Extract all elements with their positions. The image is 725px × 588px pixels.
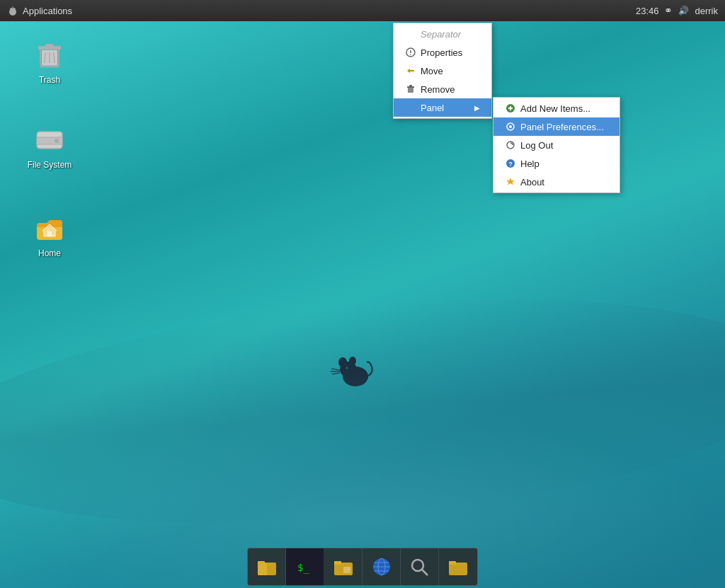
remove-label: Remove [421, 84, 455, 95]
app-menu-label: Applications [23, 6, 72, 16]
about-label: About [520, 177, 544, 188]
taskbar-item-files[interactable] [248, 548, 286, 585]
svg-rect-48 [334, 561, 341, 565]
context-menu: Separator Properties Move Remove Panel [393, 23, 492, 119]
taskbar-items-container: $_ [247, 548, 478, 586]
add-new-items-icon [505, 103, 516, 114]
submenu-item-help[interactable]: ? Help [493, 154, 620, 173]
app-menu-icon [7, 5, 18, 16]
user-label[interactable]: derrik [695, 6, 718, 16]
panel-preferences-icon [505, 121, 516, 132]
top-panel: Applications 23:46 ⚭ 🔊 derrik [0, 0, 725, 21]
desktop-icon-filesystem[interactable]: File System [21, 120, 78, 173]
taskbar-item-browser[interactable] [362, 548, 401, 585]
about-icon [505, 176, 516, 188]
menu-item-separator[interactable]: Separator [394, 25, 491, 43]
desktop-icon-trash[interactable]: Trash [21, 35, 78, 88]
move-label: Move [421, 66, 443, 76]
taskbar-item-filemanager[interactable] [324, 548, 362, 585]
taskbar-item-terminal[interactable]: $_ [286, 548, 324, 585]
svg-rect-30 [408, 88, 413, 93]
svg-rect-7 [46, 44, 54, 47]
trash-icon [34, 40, 65, 71]
mouse-mascot [326, 347, 382, 396]
menu-item-move[interactable]: Move [394, 62, 491, 80]
add-new-items-label: Add New Items... [520, 103, 590, 114]
properties-icon [405, 47, 416, 58]
svg-point-28 [410, 54, 411, 55]
svg-rect-31 [407, 86, 414, 88]
home-icon [34, 213, 65, 244]
svg-marker-29 [407, 69, 414, 73]
svg-rect-49 [343, 567, 350, 573]
bluetooth-icon[interactable]: ⚭ [664, 5, 673, 16]
menu-item-separator-label: Separator [421, 29, 461, 40]
svg-point-21 [349, 357, 356, 365]
properties-label: Properties [421, 47, 462, 58]
svg-point-19 [340, 362, 357, 377]
desktop: Applications 23:46 ⚭ 🔊 derrik [0, 0, 725, 588]
home-label: Home [38, 248, 61, 258]
panel-right: 23:46 ⚭ 🔊 derrik [629, 5, 725, 16]
mouse-mascot-svg [326, 347, 382, 396]
svg-point-18 [343, 367, 368, 386]
taskbar-item-search[interactable] [401, 548, 439, 585]
filesystem-icon-image [33, 123, 67, 157]
submenu-item-panel-preferences[interactable]: Panel Preferences... [493, 117, 620, 136]
separator-icon [405, 28, 416, 40]
panel-clock: 23:46 [636, 6, 659, 16]
desktop-icon-home[interactable]: Home [21, 209, 78, 261]
svg-line-25 [332, 373, 340, 374]
svg-point-20 [338, 357, 347, 367]
trash-icon-image [33, 38, 67, 72]
submenu-item-log-out[interactable]: Log Out [493, 136, 620, 154]
svg-rect-32 [409, 85, 412, 86]
help-label: Help [520, 158, 540, 169]
menu-item-panel[interactable]: Panel ▶ Add New Items... Panel Preferenc… [394, 98, 491, 117]
svg-point-1 [10, 8, 13, 12]
app-menu[interactable]: Applications [0, 0, 79, 21]
svg-rect-17 [47, 231, 52, 236]
svg-line-23 [331, 369, 340, 370]
log-out-label: Log Out [520, 140, 553, 151]
svg-point-15 [55, 139, 59, 143]
svg-rect-44 [258, 561, 265, 565]
volume-icon[interactable]: 🔊 [678, 6, 689, 16]
help-icon: ? [505, 158, 516, 169]
filesystem-icon [34, 125, 65, 156]
panel-label: Panel [421, 103, 444, 113]
panel-chevron-icon: ▶ [474, 104, 480, 112]
svg-point-2 [13, 8, 16, 12]
svg-point-55 [412, 560, 423, 571]
svg-rect-58 [449, 561, 456, 565]
submenu-item-add-new-items[interactable]: Add New Items... [493, 99, 620, 117]
svg-text:$_: $_ [297, 562, 309, 574]
taskbar-item-files2[interactable] [439, 548, 477, 585]
submenu-item-about[interactable]: About [493, 173, 620, 191]
panel-preferences-label: Panel Preferences... [520, 122, 604, 132]
log-out-icon [505, 139, 516, 151]
move-icon [405, 65, 416, 76]
panel-submenu: Add New Items... Panel Preferences... Lo… [493, 97, 620, 193]
panel-icon [405, 102, 416, 113]
remove-icon [405, 83, 416, 95]
svg-line-56 [422, 570, 428, 575]
home-icon-image [33, 212, 67, 246]
trash-label: Trash [39, 75, 60, 85]
filesystem-label: File System [28, 160, 72, 170]
svg-point-37 [509, 125, 512, 128]
svg-text:?: ? [508, 161, 513, 168]
bottom-taskbar: $_ [0, 546, 725, 588]
menu-item-properties[interactable]: Properties [394, 43, 491, 62]
menu-item-remove[interactable]: Remove [394, 80, 491, 98]
svg-point-22 [346, 367, 348, 369]
svg-marker-41 [506, 178, 515, 185]
